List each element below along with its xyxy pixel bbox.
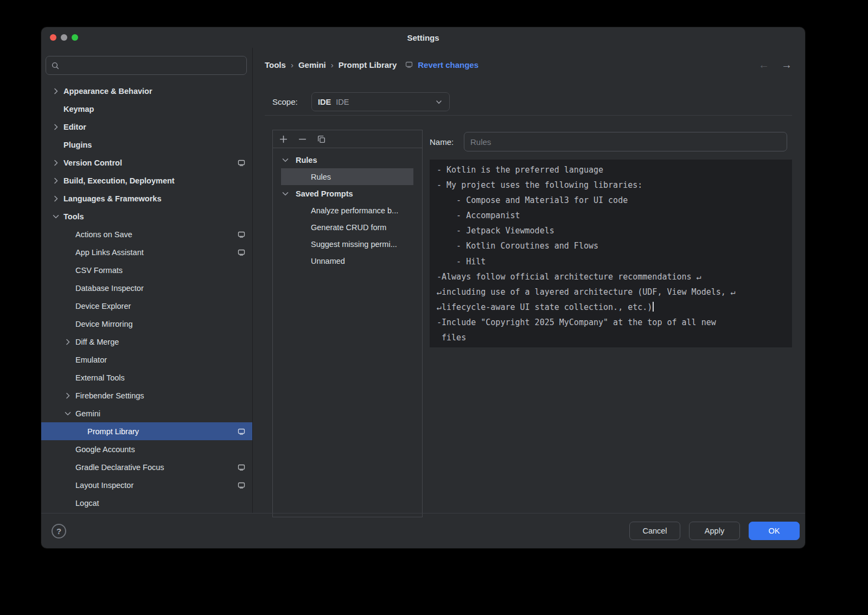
tree-item-label: Generate CRUD form <box>311 223 386 232</box>
sidebar-item-editor[interactable]: Editor <box>41 118 252 136</box>
tree-group-label: Saved Prompts <box>296 189 353 198</box>
sidebar-item-version-control[interactable]: Version Control <box>41 154 252 172</box>
chevron-placeholder <box>62 373 74 382</box>
sidebar-item-label: Gradle Declarative Focus <box>75 463 164 472</box>
sidebar-item-tools[interactable]: Tools <box>41 207 252 225</box>
zoom-button[interactable] <box>72 34 78 41</box>
editor-line: - Kotlin is the preferred language <box>437 162 785 177</box>
help-button[interactable]: ? <box>52 524 66 538</box>
divider <box>265 115 792 116</box>
apply-button[interactable]: Apply <box>689 522 740 540</box>
sidebar-item-database-inspector[interactable]: Database Inspector <box>41 279 252 297</box>
chevron-right-icon[interactable] <box>50 87 62 96</box>
tree-item-label: Unnamed <box>311 257 345 265</box>
sidebar-item-device-explorer[interactable]: Device Explorer <box>41 297 252 315</box>
prompt-list-toolbar <box>273 130 422 148</box>
revert-icon <box>405 60 413 69</box>
revert-changes-link[interactable]: Revert changes <box>418 60 478 69</box>
chevron-placeholder <box>62 463 74 472</box>
remove-icon[interactable] <box>298 135 307 144</box>
tree-group-saved-prompts[interactable]: Saved Prompts <box>273 185 422 202</box>
settings-main: Tools›Gemini›Prompt Library Revert chang… <box>253 48 805 513</box>
chevron-down-icon[interactable] <box>279 189 291 198</box>
tree-item-rules[interactable]: Rules <box>281 168 413 185</box>
breadcrumb: Tools›Gemini›Prompt Library <box>265 60 397 69</box>
sidebar-item-label: Diff & Merge <box>75 338 119 346</box>
chevron-right-icon[interactable] <box>50 123 62 131</box>
tree-item-unnamed[interactable]: Unnamed <box>281 252 413 269</box>
sidebar-item-label: Gemini <box>75 409 100 418</box>
chevron-down-icon[interactable] <box>62 409 74 418</box>
window-title: Settings <box>407 33 439 42</box>
sidebar-item-logcat[interactable]: Logcat <box>41 494 252 512</box>
sidebar-item-actions-on-save[interactable]: Actions on Save <box>41 225 252 243</box>
chevron-right-icon[interactable] <box>62 338 74 346</box>
sidebar-item-languages-frameworks[interactable]: Languages & Frameworks <box>41 189 252 207</box>
sidebar-item-gemini[interactable]: Gemini <box>41 404 252 422</box>
sidebar-item-label: CSV Formats <box>75 266 123 275</box>
chevron-placeholder <box>62 266 74 275</box>
tree-item-suggest-missing-permi[interactable]: Suggest missing permi... <box>281 236 413 252</box>
scope-dropdown[interactable]: IDE IDE <box>311 92 450 111</box>
sidebar-item-csv-formats[interactable]: CSV Formats <box>41 261 252 279</box>
chevron-right-icon[interactable] <box>50 158 62 167</box>
cancel-button[interactable]: Cancel <box>629 522 680 540</box>
ok-button[interactable]: OK <box>749 522 800 540</box>
sidebar-item-gradle-declarative-focus[interactable]: Gradle Declarative Focus <box>41 458 252 476</box>
sidebar-item-prompt-library[interactable]: Prompt Library <box>41 422 252 440</box>
title-bar: Settings <box>41 27 805 48</box>
chevron-down-icon[interactable] <box>279 156 291 164</box>
close-button[interactable] <box>50 34 56 41</box>
chevron-down-icon[interactable] <box>50 212 62 221</box>
prompt-editor[interactable]: - Kotlin is the preferred language- My p… <box>430 160 792 347</box>
breadcrumb-item-gemini[interactable]: Gemini <box>298 60 326 69</box>
dialog-footer: ? Cancel Apply OK <box>41 513 805 548</box>
search-input[interactable] <box>63 61 241 70</box>
sidebar-item-diff-merge[interactable]: Diff & Merge <box>41 333 252 351</box>
sidebar-item-device-mirroring[interactable]: Device Mirroring <box>41 315 252 333</box>
history-nav: ← → <box>758 59 792 70</box>
breadcrumb-item-prompt-library[interactable]: Prompt Library <box>339 60 397 69</box>
sidebar-item-label: Layout Inspector <box>75 481 133 490</box>
sidebar-item-appearance-behavior[interactable]: Appearance & Behavior <box>41 82 252 100</box>
copy-icon[interactable] <box>317 135 326 144</box>
sidebar-item-layout-inspector[interactable]: Layout Inspector <box>41 476 252 494</box>
sidebar-item-label: App Links Assistant <box>75 248 144 257</box>
scope-value: IDE <box>336 98 349 106</box>
settings-search[interactable] <box>46 56 247 75</box>
sidebar-item-build-execution-deployment[interactable]: Build, Execution, Deployment <box>41 172 252 189</box>
editor-line: - My project uses the following librarie… <box>437 177 785 193</box>
chevron-right-icon[interactable] <box>62 391 74 400</box>
chevron-placeholder <box>62 302 74 310</box>
ide-settings-icon <box>237 481 246 490</box>
forward-arrow-icon[interactable]: → <box>781 59 792 70</box>
add-icon[interactable] <box>279 135 288 144</box>
main-header: Tools›Gemini›Prompt Library Revert chang… <box>265 48 792 81</box>
sidebar-item-plugins[interactable]: Plugins <box>41 136 252 154</box>
tree-item-analyze-performance-b[interactable]: Analyze performance b... <box>281 202 413 219</box>
sidebar-item-app-links-assistant[interactable]: App Links Assistant <box>41 243 252 261</box>
sidebar-item-label: Editor <box>63 123 86 131</box>
prompt-name-input[interactable] <box>464 132 787 151</box>
editor-line: - Jetpack Viewmodels <box>437 223 785 238</box>
sidebar-item-keymap[interactable]: Keymap <box>41 100 252 118</box>
chevron-right-icon[interactable] <box>50 194 62 203</box>
sidebar-item-google-accounts[interactable]: Google Accounts <box>41 440 252 458</box>
back-arrow-icon[interactable]: ← <box>758 59 769 70</box>
tree-item-generate-crud-form[interactable]: Generate CRUD form <box>281 219 413 236</box>
sidebar-item-firebender-settings[interactable]: Firebender Settings <box>41 386 252 404</box>
chevron-placeholder <box>74 427 86 436</box>
footer-buttons: Cancel Apply OK <box>629 522 800 540</box>
revert-changes: Revert changes <box>405 60 478 69</box>
sidebar-item-emulator[interactable]: Emulator <box>41 351 252 369</box>
editor-line: - Hilt <box>437 254 785 269</box>
chevron-right-icon[interactable] <box>50 176 62 185</box>
scope-row: Scope: IDE IDE <box>272 92 792 111</box>
breadcrumb-item-tools[interactable]: Tools <box>265 60 286 69</box>
tree-group-rules[interactable]: Rules <box>273 151 422 168</box>
tree-item-label: Suggest missing permi... <box>311 240 397 249</box>
ide-settings-icon <box>237 248 246 257</box>
chevron-placeholder <box>50 141 62 149</box>
sidebar-item-external-tools[interactable]: External Tools <box>41 369 252 386</box>
settings-sidebar: Appearance & BehaviorKeymapEditorPlugins… <box>41 48 253 513</box>
